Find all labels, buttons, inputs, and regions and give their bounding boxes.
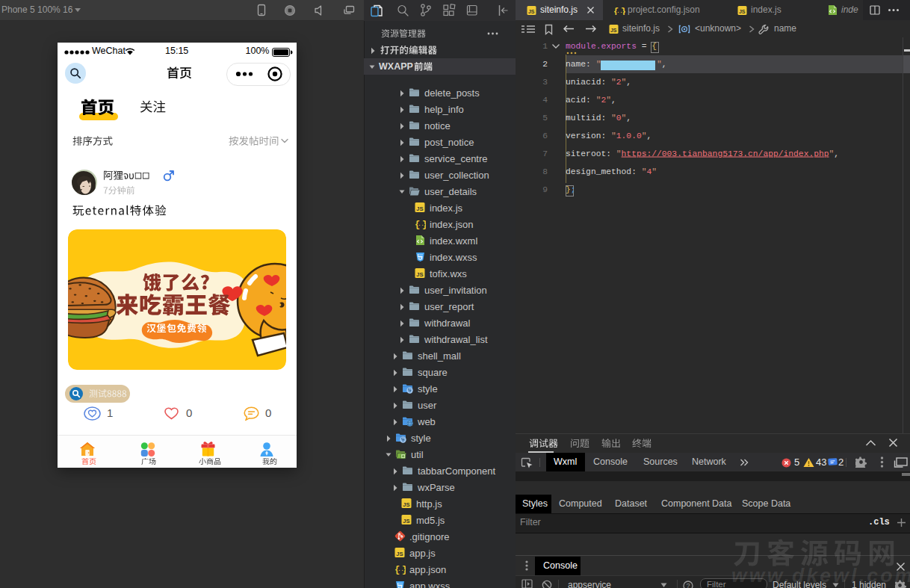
svg-text:?: ? <box>687 582 690 588</box>
svg-text:JS: JS <box>416 271 423 278</box>
svg-text:JS: JS <box>396 551 403 557</box>
svg-text:JS: JS <box>416 205 423 212</box>
svg-text:}: } <box>422 220 426 230</box>
svg-text:}: } <box>402 565 406 575</box>
svg-text:}: } <box>621 7 625 16</box>
svg-text:JS: JS <box>403 518 409 524</box>
svg-text:JS: JS <box>739 9 746 14</box>
svg-text:JS: JS <box>403 501 409 508</box>
svg-text:JS: JS <box>528 9 535 14</box>
svg-text:JS: JS <box>610 28 617 33</box>
